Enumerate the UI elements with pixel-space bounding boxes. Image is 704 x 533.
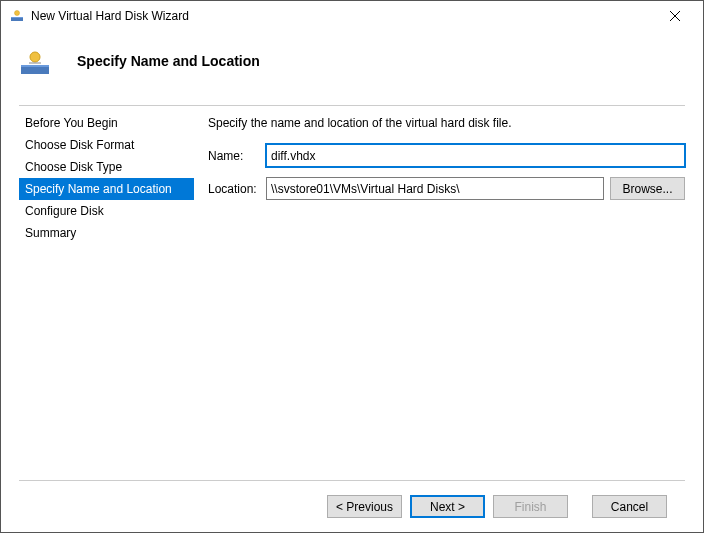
wizard-content: Before You Begin Choose Disk Format Choo… — [1, 105, 703, 480]
svg-rect-1 — [11, 17, 23, 18]
sidebar-item-configure-disk[interactable]: Configure Disk — [19, 200, 194, 222]
svg-point-7 — [30, 52, 40, 62]
next-button[interactable]: Next > — [410, 495, 485, 518]
svg-rect-0 — [11, 18, 23, 21]
svg-rect-5 — [21, 67, 49, 74]
page-title: Specify Name and Location — [77, 53, 260, 69]
cancel-button[interactable]: Cancel — [592, 495, 667, 518]
close-button[interactable] — [655, 1, 695, 31]
sidebar-item-choose-disk-type[interactable]: Choose Disk Type — [19, 156, 194, 178]
name-input[interactable] — [266, 144, 685, 167]
finish-button: Finish — [493, 495, 568, 518]
svg-rect-6 — [21, 65, 49, 67]
titlebar: New Virtual Hard Disk Wizard — [1, 1, 703, 31]
main-panel: Specify the name and location of the vir… — [194, 105, 685, 480]
name-row: Name: — [208, 144, 685, 167]
disk-icon — [19, 45, 51, 77]
browse-button[interactable]: Browse... — [610, 177, 685, 200]
name-label: Name: — [208, 149, 266, 163]
description-text: Specify the name and location of the vir… — [208, 116, 685, 130]
sidebar-item-before-you-begin[interactable]: Before You Begin — [19, 112, 194, 134]
svg-point-2 — [15, 11, 20, 16]
sidebar-item-summary[interactable]: Summary — [19, 222, 194, 244]
sidebar-item-choose-disk-format[interactable]: Choose Disk Format — [19, 134, 194, 156]
sidebar-item-specify-name-location[interactable]: Specify Name and Location — [19, 178, 194, 200]
location-input[interactable] — [266, 177, 604, 200]
window-title: New Virtual Hard Disk Wizard — [31, 9, 655, 23]
location-label: Location: — [208, 182, 266, 196]
previous-button[interactable]: < Previous — [327, 495, 402, 518]
wizard-header: Specify Name and Location — [1, 31, 703, 105]
app-icon — [9, 8, 25, 24]
wizard-footer: < Previous Next > Finish Cancel — [19, 480, 685, 532]
location-row: Location: Browse... — [208, 177, 685, 200]
wizard-steps: Before You Begin Choose Disk Format Choo… — [19, 105, 194, 480]
